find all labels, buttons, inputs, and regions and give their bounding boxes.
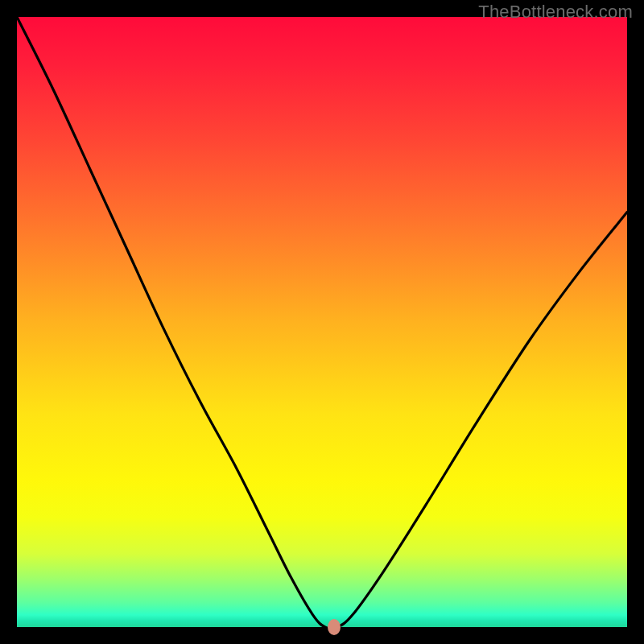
plot-area bbox=[17, 17, 627, 627]
watermark-text: TheBottleneck.com bbox=[478, 2, 633, 23]
image-frame: TheBottleneck.com bbox=[0, 0, 644, 644]
optimal-point-marker bbox=[328, 619, 341, 635]
bottleneck-curve bbox=[17, 17, 627, 627]
